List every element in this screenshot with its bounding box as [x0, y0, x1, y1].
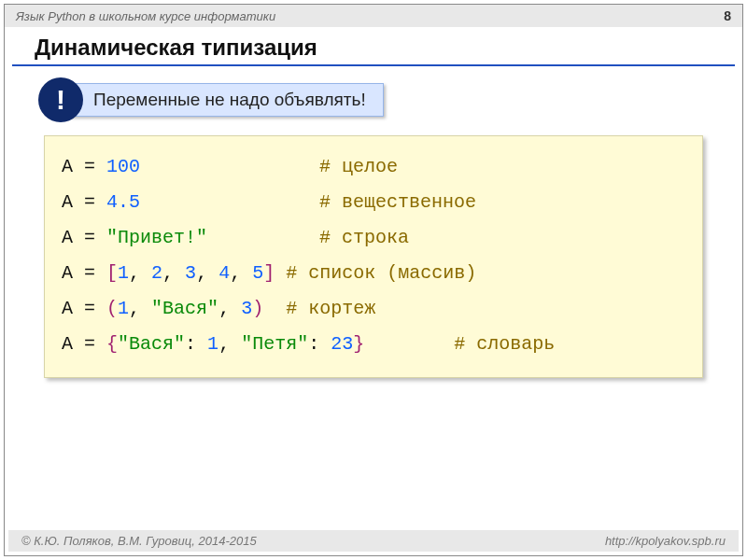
code-block: A = 100 # целое A = 4.5 # вещественное A… [44, 135, 703, 378]
callout: ! Переменные не надо объявлять! [38, 77, 742, 122]
line-5: A = (1, "Вася", 3) # кортеж [62, 298, 375, 319]
line-3: A = "Привет!" # строка [62, 227, 409, 248]
page-number: 8 [724, 8, 731, 23]
slide-footer: © К.Ю. Поляков, В.М. Гуровиц, 2014-2015 … [8, 530, 739, 552]
slide-frame: Язык Python в школьном курсе информатики… [4, 4, 743, 556]
slide-header: Язык Python в школьном курсе информатики… [5, 5, 742, 27]
copyright: © К.Ю. Поляков, В.М. Гуровиц, 2014-2015 [21, 534, 257, 548]
line-6: A = {"Вася": 1, "Петя": 23} # словарь [62, 333, 555, 355]
course-title: Язык Python в школьном курсе информатики [16, 9, 275, 23]
exclamation-icon: ! [38, 77, 83, 122]
slide-title: Динамическая типизация [12, 27, 735, 66]
line-4: A = [1, 2, 3, 4, 5] # список (массив) [62, 262, 476, 284]
callout-text: Переменные не надо объявлять! [66, 83, 384, 117]
line-1: A = 100 # целое [62, 156, 398, 177]
line-2: A = 4.5 # вещественное [62, 191, 476, 213]
footer-url: http://kpolyakov.spb.ru [605, 534, 726, 548]
